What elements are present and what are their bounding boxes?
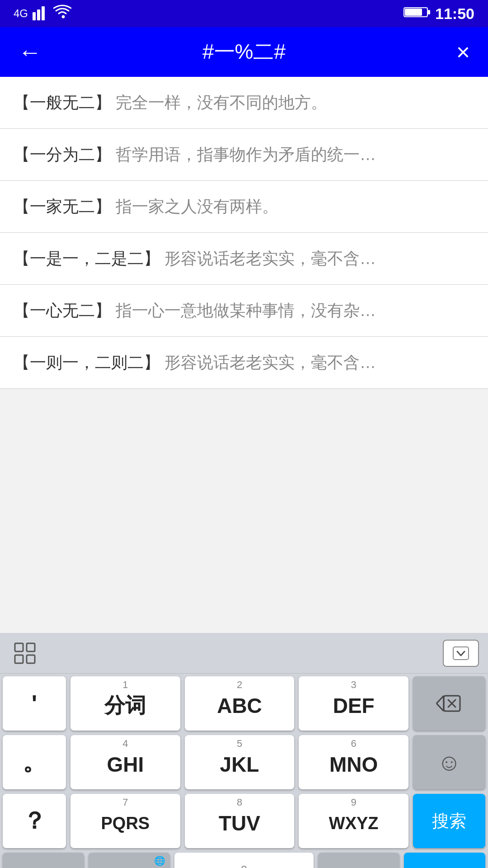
keyboard-row-2: 。 4 GHI 5 JKL 6 MNO ☺ bbox=[3, 735, 485, 789]
svg-rect-6 bbox=[15, 643, 23, 651]
key-fenci[interactable]: 1 分词 bbox=[70, 676, 180, 731]
result-keyword: 【一是一，二是二】 bbox=[14, 249, 160, 268]
keyboard-row-3: ？ 7 PQRS 8 TUV 9 WXYZ 搜索 bbox=[3, 794, 485, 848]
list-item[interactable]: 【一般无二】 完全一样，没有不同的地方。 bbox=[0, 77, 488, 129]
delete-key[interactable] bbox=[413, 676, 485, 731]
result-keyword: 【一心无二】 bbox=[14, 301, 111, 320]
result-desc: 指一心一意地做某种事情，没有杂… bbox=[116, 301, 376, 320]
key-abc[interactable]: 2 ABC bbox=[185, 676, 295, 731]
result-keyword: 【一则一，二则二】 bbox=[14, 353, 160, 372]
result-keyword: 【一家无二】 bbox=[14, 197, 111, 216]
symbol-key[interactable]: 符号 bbox=[3, 853, 84, 868]
signal-icon bbox=[33, 4, 49, 24]
key-ghi[interactable]: 4 GHI bbox=[70, 735, 180, 789]
result-desc: 形容说话老老实实，毫不含… bbox=[164, 353, 376, 372]
result-keyword: 【一分为二】 bbox=[14, 145, 111, 164]
lang-key[interactable]: 中 /英 🌐 bbox=[89, 853, 170, 868]
keyboard-row-1: ' 1 分词 2 ABC 3 DEF bbox=[3, 676, 485, 731]
punct-key-comma[interactable]: ' bbox=[3, 676, 66, 731]
status-right: 11:50 bbox=[404, 5, 474, 23]
network-label: 4G bbox=[14, 7, 28, 20]
key-mno[interactable]: 6 MNO bbox=[299, 735, 408, 789]
globe-icon: 🌐 bbox=[154, 855, 165, 866]
list-item[interactable]: 【一是一，二是二】 形容说话老老实实，毫不含… bbox=[0, 233, 488, 285]
keyboard-rows: ' 1 分词 2 ABC 3 DEF bbox=[0, 674, 488, 848]
status-bar: 4G 11:50 bbox=[0, 0, 488, 27]
keyboard-bottom-row: 符号 中 /英 🌐 0 🎤 123 搜索 bbox=[0, 853, 488, 868]
top-bar: ← #一%二# × bbox=[0, 27, 488, 77]
grid-icon[interactable] bbox=[9, 637, 41, 669]
results-list: 【一般无二】 完全一样，没有不同的地方。 【一分为二】 哲学用语，指事物作为矛盾… bbox=[0, 77, 488, 389]
result-desc: 形容说话老老实实，毫不含… bbox=[164, 249, 376, 268]
key-jkl[interactable]: 5 JKL bbox=[185, 735, 295, 789]
svg-rect-10 bbox=[453, 647, 469, 660]
space-key[interactable]: 0 🎤 bbox=[174, 853, 314, 868]
key-pqrs[interactable]: 7 PQRS bbox=[70, 794, 180, 848]
punct-key-question[interactable]: ？ bbox=[3, 794, 66, 848]
svg-rect-1 bbox=[37, 9, 40, 20]
time-label: 11:50 bbox=[435, 5, 474, 23]
list-item[interactable]: 【一分为二】 哲学用语，指事物作为矛盾的统一… bbox=[0, 129, 488, 181]
result-keyword: 【一般无二】 bbox=[14, 93, 111, 112]
list-item[interactable]: 【一心无二】 指一心一意地做某种事情，没有杂… bbox=[0, 285, 488, 337]
num-key[interactable]: 123 bbox=[318, 853, 399, 868]
empty-area bbox=[0, 389, 488, 633]
input-bar bbox=[0, 633, 488, 674]
wifi-icon bbox=[53, 4, 71, 24]
svg-rect-0 bbox=[33, 12, 36, 20]
svg-rect-9 bbox=[27, 655, 35, 663]
svg-rect-8 bbox=[15, 655, 23, 663]
result-desc: 完全一样，没有不同的地方。 bbox=[116, 93, 327, 112]
list-item[interactable]: 【一则一，二则二】 形容说话老老实实，毫不含… bbox=[0, 337, 488, 389]
list-item[interactable]: 【一家无二】 指一家之人没有两样。 bbox=[0, 181, 488, 233]
collapse-button[interactable] bbox=[443, 640, 479, 667]
key-tuv[interactable]: 8 TUV bbox=[185, 794, 295, 848]
svg-rect-2 bbox=[42, 6, 45, 20]
keyboard-container: ' 1 分词 2 ABC 3 DEF bbox=[0, 633, 488, 868]
svg-rect-7 bbox=[27, 643, 35, 651]
close-button[interactable]: × bbox=[452, 34, 474, 70]
svg-rect-5 bbox=[428, 10, 430, 14]
key-wxyz[interactable]: 9 WXYZ bbox=[299, 794, 408, 848]
result-desc: 指一家之人没有两样。 bbox=[116, 197, 278, 216]
search-key-right[interactable]: 搜索 bbox=[413, 794, 485, 848]
search-bottom-key[interactable]: 搜索 bbox=[404, 853, 485, 868]
svg-rect-4 bbox=[405, 9, 422, 16]
status-left: 4G bbox=[14, 4, 71, 24]
punct-key-period[interactable]: 。 bbox=[3, 735, 66, 789]
search-title: #一%二# bbox=[202, 38, 286, 66]
battery-icon bbox=[404, 5, 431, 22]
key-def[interactable]: 3 DEF bbox=[299, 676, 408, 731]
back-button[interactable]: ← bbox=[14, 34, 46, 70]
emoji-key[interactable]: ☺ bbox=[413, 735, 485, 789]
result-desc: 哲学用语，指事物作为矛盾的统一… bbox=[116, 145, 376, 164]
